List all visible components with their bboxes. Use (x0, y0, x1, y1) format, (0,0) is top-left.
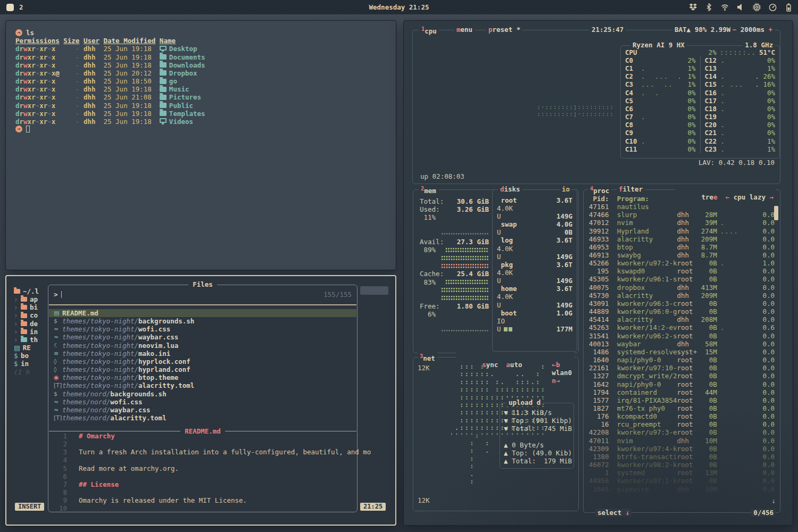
cpu-panel-title[interactable]: 1cpu (419, 26, 439, 35)
proc-row[interactable]: 46953 btopdhh8.7M0.0 (589, 243, 775, 251)
proc-panel-title[interactable]: 4proc (588, 185, 611, 195)
tree-item[interactable]: ›bi (14, 303, 39, 311)
tree-item[interactable]: ›co (14, 311, 39, 319)
proc-row[interactable]: 47466 slurpdhh28M0.0 (589, 211, 775, 219)
proc-row[interactable]: 1642 napi/phy0-0root0B0.0 (589, 380, 775, 388)
disks-title[interactable]: disks (498, 185, 522, 193)
proc-row[interactable]: 1486 systemd-resolvesyst+15M0.0 (589, 348, 775, 356)
net-down-line: ::::::. .. : (450, 370, 546, 378)
proc-scroll-down-icon[interactable]: ↓ (771, 497, 776, 505)
mem-panel-title[interactable]: 2mem (419, 185, 438, 195)
proc-row[interactable]: 1327 dmcrypt_write/25root0B0.0 (589, 372, 775, 380)
battery-icon[interactable] (785, 3, 793, 12)
file-size: - (63, 102, 79, 110)
btop-window[interactable]: 1cpu menu preset * 21:25:47 BAT▲ 98% 2.9… (403, 20, 793, 526)
io-toggle[interactable]: io (560, 185, 571, 193)
picker-file-item[interactable]: ◊themes/tokyo-night/hyprland.conf (49, 365, 356, 373)
volume-icon[interactable] (737, 3, 745, 12)
picker-file-item[interactable]: ◉themes/tokyo-night/btop.theme (49, 373, 356, 381)
proc-row[interactable]: 42208 kworker/u97:3-evroot0B0.0 (589, 428, 775, 436)
tree-item[interactable]: ›ap (14, 295, 39, 303)
proc-row[interactable]: 47012 nvimdhh39M.0.0 (589, 219, 775, 227)
nvim-window[interactable]: ~/.l›ap›bi›co›de›in›th▤RE$bo$in(1 h File… (5, 275, 396, 526)
proc-row[interactable]: 45266 kworker/u97:2-kcroot0B.1.0 (589, 259, 775, 267)
wifi-icon[interactable] (721, 3, 729, 12)
proc-row[interactable]: 3845 pipewiredhh10M0.0 (589, 485, 775, 493)
core-cell: C4. .0% (621, 89, 700, 97)
proc-row[interactable]: 39912 Hyprlanddhh274M....0.0 (589, 227, 775, 235)
dropbox-icon[interactable] (689, 3, 697, 12)
proc-row[interactable]: 16 rcu_preemptroot0B0.0 (589, 420, 775, 428)
proc-row[interactable]: 195 kswapd0root0B0.0 (589, 267, 775, 275)
preset-button[interactable]: preset * (486, 26, 522, 34)
proc-row[interactable]: 45305 kworker/u96:1-sdroot0B0.0 (589, 275, 775, 283)
mem-row: 83% (420, 278, 489, 286)
proc-row[interactable]: 45730 alacrittydhh209M0.0 (589, 292, 775, 300)
picker-file-item[interactable]: ≈themes/tokyo-night/waybar.css (49, 333, 356, 341)
picker-file-item[interactable]: [T]themes/nord/alacritty.toml (49, 414, 356, 422)
picker-file-item[interactable]: ☾themes/tokyo-night/neovim.lua (49, 342, 356, 350)
proc-row[interactable]: 43091 kworker/u96:3-coroot0B0.0 (589, 300, 775, 307)
picker-file-item[interactable]: ≈themes/nord/wofi.css (49, 398, 356, 406)
proc-row[interactable]: 46913 swaybgdhh8.7M0.0 (589, 251, 775, 259)
proc-row[interactable]: 1577 irq/81-PIXA3854:root0B0.0 (589, 396, 775, 404)
proc-row[interactable]: 31541 kworker/u96:2-sdroot0B0.0 (589, 332, 775, 340)
graph-line: :::::::::¦·:::::::: (537, 111, 614, 118)
mem-row: 89% (420, 246, 489, 254)
net-panel-title[interactable]: 3net (418, 353, 437, 362)
tree-item[interactable]: $bo (14, 352, 39, 360)
tree-item[interactable]: ▤RE (14, 344, 39, 352)
picker-file-item[interactable]: [T]themes/tokyo-night/alacritty.toml (49, 381, 356, 389)
net-prev-button[interactable]: ←b (552, 361, 560, 369)
picker-file-item[interactable]: ◊themes/tokyo-night/hyprlock.conf (49, 358, 356, 365)
proc-row[interactable]: 1640 napi/phy0-0root0B0.0 (589, 356, 775, 364)
tree-item[interactable]: $in (14, 360, 39, 368)
picker-file-item[interactable]: ≈themes/nord/waybar.css (49, 406, 356, 414)
proc-row[interactable]: 40013 waybardhh58M0.0 (589, 340, 775, 348)
bluetooth-icon[interactable] (705, 3, 713, 12)
select-button[interactable]: select ↓ (595, 509, 631, 517)
picker-file-item[interactable]: ▤README.md (49, 309, 356, 317)
tree-item[interactable]: ›de (14, 320, 39, 328)
proc-scrollbar-thumb[interactable] (774, 206, 778, 220)
monitor-icon (160, 118, 167, 123)
sort-column-selector[interactable]: ← cpu lazy → (726, 193, 774, 201)
proc-row[interactable]: 44889 kworker/u96:0-gfroot0B0.0 (589, 307, 775, 315)
picker-file-item[interactable]: $themes/nord/backgrounds.sh (49, 390, 356, 398)
proc-row[interactable]: 1 systemdroot13M0.0 (589, 469, 775, 477)
proc-row[interactable]: 46072 kworker/u98:2-kcroot0B0.0 (589, 461, 775, 469)
proc-row[interactable]: 45263 kworker/14:2-everoot0B.0.6 (589, 323, 775, 331)
tree-item[interactable]: (1 h (14, 368, 39, 376)
proc-row[interactable]: 22161 kworker/u97:10-broot0B0.0 (589, 364, 775, 372)
net-next-button[interactable]: n→ (552, 377, 560, 385)
tree-root-item[interactable]: ~/.l (14, 287, 39, 295)
proc-row[interactable]: 46933 alacrittydhh209M0.0 (589, 235, 775, 243)
proc-row[interactable]: 40075 dropboxdhh413M0.0 (589, 284, 775, 292)
tree-item[interactable]: ›in (14, 328, 39, 336)
picker-search-input[interactable]: > 155/155 (54, 289, 352, 299)
proc-row[interactable]: 176 kcompactd0root0B0.0 (589, 412, 775, 420)
css-file-icon: ≈ (54, 398, 62, 406)
tree-toggle[interactable]: tree (702, 193, 718, 201)
refresh-rate-control[interactable]: − 2000ms + (730, 26, 775, 34)
proc-row[interactable]: 47011 nvimdhh10M0.0 (589, 437, 775, 445)
editor-scrollbar-thumb[interactable] (360, 286, 388, 295)
tree-item[interactable]: ›th (14, 336, 39, 344)
folder-icon (21, 313, 27, 318)
menu-button[interactable]: menu (454, 26, 475, 34)
readme-preview: 1# Omarchy23Turn a fresh Arch installati… (49, 432, 356, 513)
shell-prompt[interactable]: → (15, 126, 396, 132)
proc-row[interactable]: 1380 btrfs-transactioroot0B0.0 (589, 453, 775, 461)
terminal-window[interactable]: →lsPermissionsSizeUserDate ModifiedNamed… (5, 20, 396, 270)
proc-row[interactable]: 42309 kworker/u97:4-kvroot0B0.0 (589, 445, 775, 453)
picker-file-item[interactable]: ≡themes/tokyo-night/mako.ini (49, 350, 356, 358)
proc-row[interactable]: 44956 kworker/u97:1-kcroot0B0.0 (589, 477, 775, 485)
proc-row[interactable]: 1827 mt76-tx phy0root0B0.0 (589, 404, 775, 412)
picker-file-item[interactable]: $themes/tokyo-night/backgrounds.sh (49, 317, 356, 325)
picker-file-item[interactable]: ≈themes/tokyo-night/wofi.css (49, 325, 356, 333)
filter-button[interactable]: filter (617, 185, 645, 193)
gauge-icon[interactable] (769, 3, 777, 12)
chip-icon[interactable] (753, 3, 761, 12)
proc-row[interactable]: 1794 containerdroot44M0.0 (589, 388, 775, 396)
proc-row[interactable]: 45414 alacrittydhh208M0.0 (589, 315, 775, 323)
